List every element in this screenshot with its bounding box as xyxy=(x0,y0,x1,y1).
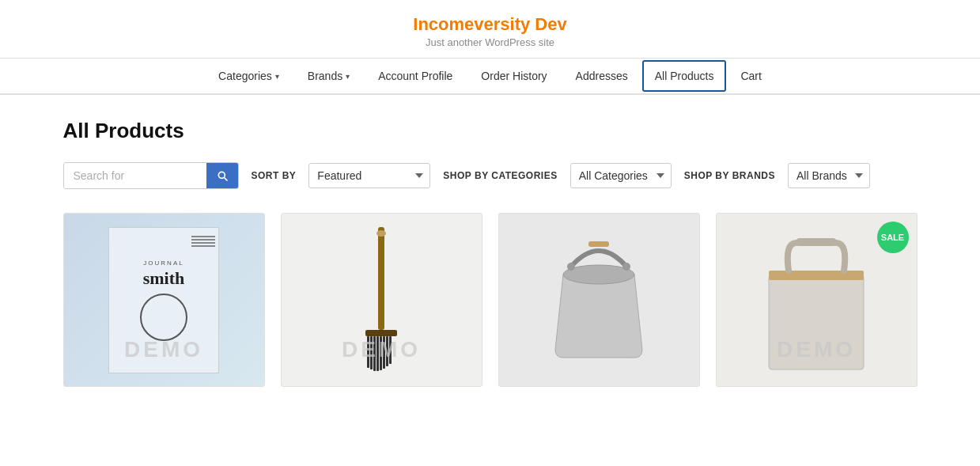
nav-link-cart[interactable]: Cart xyxy=(726,59,775,93)
nav-item-order-history[interactable]: Order History xyxy=(467,59,561,93)
svg-rect-14 xyxy=(588,241,609,247)
svg-rect-2 xyxy=(367,336,369,368)
nav-link-order-history[interactable]: Order History xyxy=(467,59,561,93)
filter-bar: SORT BY Featured Price: Low to High Pric… xyxy=(63,162,918,189)
product-card-1[interactable]: JOURNAL smith DEMO xyxy=(63,213,265,387)
chevron-down-icon: ▾ xyxy=(275,72,279,81)
svg-rect-8 xyxy=(386,336,388,366)
nav-item-categories[interactable]: Categories ▾ xyxy=(204,59,293,93)
site-title: Incomeversity Dev xyxy=(0,14,980,35)
nav-item-cart[interactable]: Cart xyxy=(726,59,775,93)
svg-rect-1 xyxy=(365,330,397,336)
svg-rect-0 xyxy=(378,227,384,330)
svg-point-12 xyxy=(567,263,575,271)
svg-rect-3 xyxy=(370,336,373,369)
nav-link-all-products[interactable]: All Products xyxy=(642,60,727,92)
search-input[interactable] xyxy=(64,163,206,188)
nav-item-all-products[interactable]: All Products xyxy=(642,60,727,92)
nav-item-brands[interactable]: Brands ▾ xyxy=(293,59,364,93)
search-button[interactable] xyxy=(206,163,238,188)
product-card-4[interactable]: DEMO SALE xyxy=(716,213,918,387)
svg-rect-16 xyxy=(769,271,864,280)
svg-point-10 xyxy=(376,230,386,237)
svg-rect-4 xyxy=(373,336,376,371)
svg-rect-7 xyxy=(383,336,385,369)
product-card-3[interactable]: DEMO xyxy=(498,213,700,387)
site-header: Incomeversity Dev Just another WordPress… xyxy=(0,0,980,59)
nav-link-account-profile[interactable]: Account Profile xyxy=(364,59,467,93)
sort-by-select[interactable]: Featured Price: Low to High Price: High … xyxy=(308,163,430,188)
shop-by-brands-label: SHOP BY BRANDS xyxy=(684,170,775,181)
shop-by-brands-select[interactable]: All Brands xyxy=(788,163,870,188)
main-nav: Categories ▾ Brands ▾ Account Profile Or… xyxy=(0,59,980,95)
svg-rect-6 xyxy=(380,336,382,370)
product-card-2[interactable]: DEMO xyxy=(281,213,482,387)
shop-by-categories-label: SHOP BY CATEGORIES xyxy=(443,170,557,181)
nav-link-brands[interactable]: Brands ▾ xyxy=(293,59,364,93)
sale-badge: SALE xyxy=(877,222,909,253)
search-wrapper xyxy=(63,162,239,189)
page-title: All Products xyxy=(63,119,918,143)
nav-link-categories[interactable]: Categories ▾ xyxy=(204,59,293,93)
product-svg-4 xyxy=(753,227,880,373)
product-image-1: JOURNAL smith DEMO xyxy=(64,214,264,386)
product-svg-3 xyxy=(539,227,658,373)
search-icon xyxy=(216,169,229,182)
svg-rect-15 xyxy=(769,275,864,369)
sort-by-label: SORT BY xyxy=(252,170,297,181)
page-content: All Products SORT BY Featured Price: Low… xyxy=(32,95,949,403)
product-image-3: DEMO xyxy=(499,214,699,386)
products-grid: JOURNAL smith DEMO xyxy=(63,213,918,387)
svg-point-13 xyxy=(622,263,630,271)
nav-link-addresses[interactable]: Addresses xyxy=(562,59,642,93)
svg-rect-17 xyxy=(796,238,837,246)
shop-by-categories-select[interactable]: All Categories xyxy=(570,163,672,188)
product-svg-2 xyxy=(342,227,421,373)
nav-item-account-profile[interactable]: Account Profile xyxy=(364,59,467,93)
product-image-2: DEMO xyxy=(282,214,482,386)
site-tagline: Just another WordPress site xyxy=(0,36,980,48)
svg-rect-5 xyxy=(376,336,379,371)
svg-rect-9 xyxy=(389,336,392,364)
chevron-down-icon: ▾ xyxy=(346,72,350,81)
nav-item-addresses[interactable]: Addresses xyxy=(562,59,642,93)
